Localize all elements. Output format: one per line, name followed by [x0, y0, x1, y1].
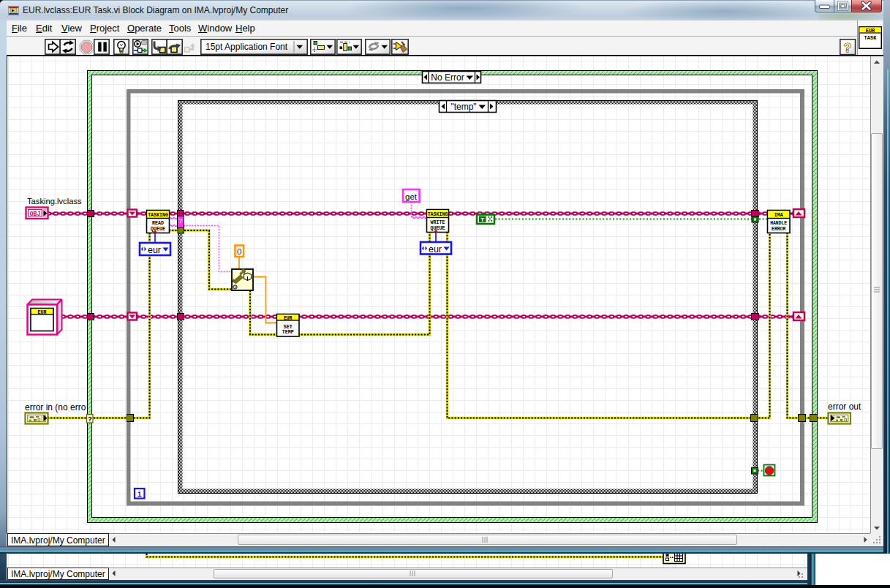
svg-text:No Error: No Error [431, 72, 464, 83]
svg-text:HANDLE: HANDLE [770, 221, 787, 226]
svg-text:SET: SET [284, 325, 293, 330]
svg-text:EUR: EUR [284, 316, 293, 321]
svg-text:Tasking.lvclass: Tasking.lvclass [27, 197, 82, 206]
svg-text:"temp": "temp" [450, 102, 476, 112]
svg-text:error out: error out [828, 402, 861, 412]
svg-text:QUEUE: QUEUE [431, 226, 445, 231]
svg-text:IMA: IMA [774, 213, 783, 218]
svg-text:READ: READ [152, 221, 164, 226]
svg-text:TEMP: TEMP [282, 330, 294, 335]
svg-text:0: 0 [237, 247, 241, 256]
svg-text:OBJ: OBJ [30, 211, 41, 217]
svg-text:error in (no erro: error in (no erro [25, 402, 86, 412]
svg-text:?: ? [844, 41, 851, 55]
svg-text:ERROR: ERROR [772, 227, 785, 232]
svg-text:eur: eur [148, 245, 161, 255]
svg-text:QUEUE: QUEUE [151, 227, 165, 232]
svg-text:?: ? [88, 415, 92, 423]
svg-text:EUR: EUR [38, 310, 47, 315]
svg-text:get: get [405, 192, 418, 201]
svg-text:EUR: EUR [866, 28, 875, 34]
svg-text:15pt Application Font: 15pt Application Font [205, 42, 288, 52]
svg-text:eur: eur [429, 244, 442, 255]
svg-text:T: T [480, 216, 484, 223]
svg-text:WRITE: WRITE [431, 220, 445, 225]
svg-text:TASKING: TASKING [428, 212, 448, 217]
svg-text:i: i [137, 491, 142, 499]
svg-text:?: ? [178, 216, 183, 225]
svg-text:TASKING: TASKING [148, 213, 168, 218]
